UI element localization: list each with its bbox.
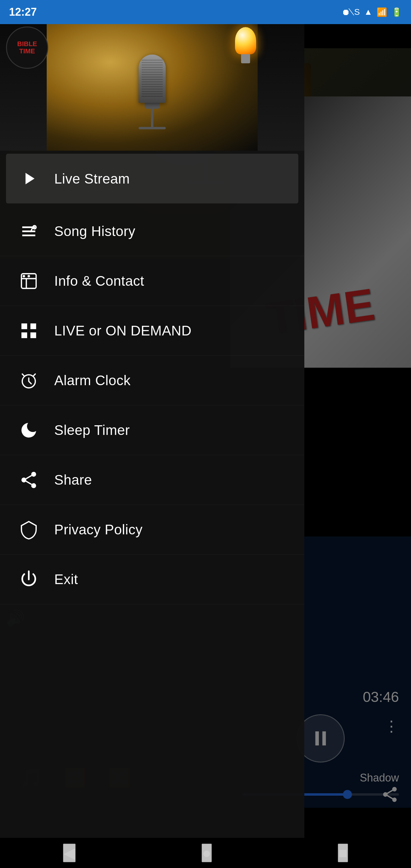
svg-rect-9 [22, 323, 27, 329]
menu-item-song-history[interactable]: Song History [0, 207, 304, 256]
svg-line-18 [26, 475, 31, 478]
live-on-demand-label: LIVE or ON DEMAND [54, 322, 192, 339]
battery-icon: 🔋 [391, 7, 402, 17]
menu-item-privacy-policy[interactable]: Privacy Policy [0, 505, 304, 555]
svg-point-15 [22, 477, 26, 482]
strikethrough-icon: ⃥S [354, 7, 360, 17]
menu-item-sleep-timer[interactable]: Sleep Timer [0, 405, 304, 455]
share-icon [15, 466, 42, 493]
privacy-policy-label: Privacy Policy [54, 521, 143, 538]
menu-item-share[interactable]: Share [0, 455, 304, 505]
song-history-icon [15, 218, 42, 245]
record-icon: ⏺ [342, 7, 350, 17]
svg-rect-10 [30, 323, 36, 329]
svg-rect-12 [30, 332, 36, 338]
signal-icon: 📶 [377, 7, 387, 17]
status-bar: 12:27 ⏺ ⃥S ▲ 📶 🔋 [0, 0, 411, 24]
sleep-icon [15, 416, 42, 444]
menu-item-live-on-demand[interactable]: LIVE or ON DEMAND [0, 306, 304, 355]
svg-line-17 [26, 481, 31, 484]
song-history-label: Song History [54, 223, 135, 239]
alarm-icon [15, 367, 42, 394]
drawer-header-image: BIBLETIME [47, 24, 258, 151]
grid-icon [15, 317, 42, 344]
recent-button[interactable]: ■ [338, 844, 348, 862]
home-button[interactable]: ● [201, 844, 212, 862]
svg-point-8 [27, 275, 30, 277]
status-time: 12:27 [9, 6, 37, 19]
drawer-menu: Live Stream Song History [0, 151, 304, 838]
menu-item-live-stream[interactable]: Live Stream [6, 154, 298, 204]
drawer-logo-badge: BIBLETIME [6, 27, 48, 69]
sleep-timer-label: Sleep Timer [54, 422, 130, 438]
menu-item-info-contact[interactable]: Info & Contact [0, 256, 304, 306]
mic-body [138, 55, 166, 103]
svg-point-16 [31, 483, 36, 488]
navigation-drawer: BIBLETIME Live Stream Song History [0, 24, 304, 838]
status-icons: ⏺ ⃥S ▲ 📶 🔋 [342, 7, 402, 17]
alarm-clock-label: Alarm Clock [54, 372, 130, 389]
drawer-logo-text: BIBLETIME [17, 40, 37, 55]
nav-bar: ◀ ● ■ [0, 838, 411, 868]
svg-rect-11 [22, 332, 27, 338]
wifi-icon: ▲ [364, 7, 373, 17]
info-contact-label: Info & Contact [54, 273, 144, 289]
svg-point-14 [31, 472, 36, 476]
share-label: Share [54, 472, 92, 488]
back-button[interactable]: ◀ [63, 844, 76, 862]
menu-item-exit[interactable]: Exit [0, 555, 304, 604]
drawer-header: BIBLETIME [0, 24, 304, 151]
power-icon [15, 566, 42, 593]
exit-label: Exit [54, 571, 78, 587]
play-icon [15, 165, 42, 192]
live-stream-label: Live Stream [54, 170, 130, 187]
svg-point-7 [23, 275, 25, 277]
header-bulb [235, 27, 256, 63]
info-contact-icon [15, 267, 42, 294]
shield-icon [15, 516, 42, 543]
menu-item-alarm-clock[interactable]: Alarm Clock [0, 355, 304, 405]
